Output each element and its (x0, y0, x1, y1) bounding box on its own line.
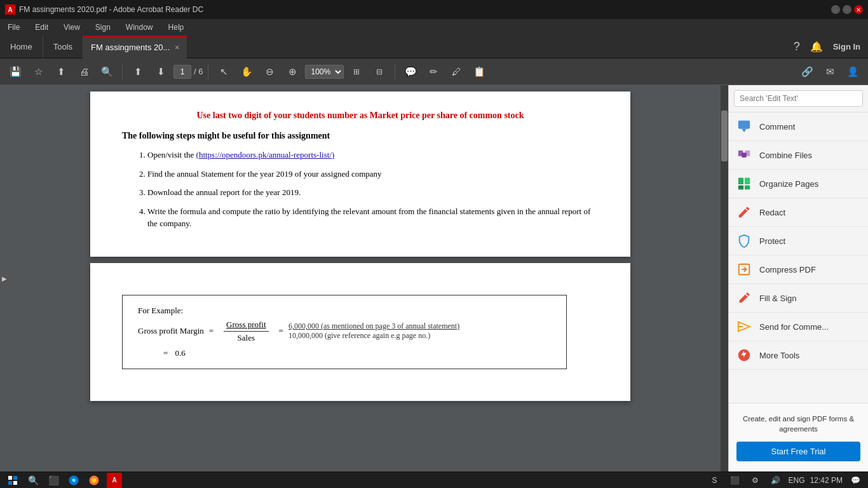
separator-2 (208, 64, 208, 79)
toolbar: 💾 ☆ ⬆ 🖨 🔍 ⬆ ⬇ / 6 ↖ ✋ ⊖ ⊕ 100% 75% 125% … (0, 58, 868, 85)
share-link-button[interactable]: 🔗 (797, 62, 817, 82)
panel-item-protect[interactable]: Protect (729, 227, 868, 255)
tab-bar: Home Tools FM assingments 20... × ? 🔔 Si… (0, 36, 868, 58)
svg-rect-7 (738, 186, 743, 189)
svg-marker-1 (742, 129, 746, 133)
svg-rect-8 (745, 186, 750, 189)
panel-item-combine[interactable]: Combine Files (729, 141, 868, 170)
tab-tools[interactable]: Tools (43, 36, 83, 58)
combine-files-icon (735, 146, 753, 164)
organize-pages-icon (735, 175, 753, 193)
value-1: 6,000,000 (as mentioned on page 3 of ann… (288, 322, 459, 331)
tab-home[interactable]: Home (0, 36, 43, 58)
for-example-label: For Example: (138, 306, 551, 316)
panel-item-more-tools[interactable]: More Tools (729, 341, 868, 370)
save-button[interactable]: 💾 (5, 62, 25, 82)
firefox-icon[interactable] (86, 473, 102, 488)
steps-list: Open/visit the (https://opendoors.pk/ann… (122, 149, 599, 230)
panel-item-comment[interactable]: Comment (729, 112, 868, 141)
stamp-tool[interactable]: 📋 (469, 62, 489, 82)
close-button[interactable]: ✕ (854, 5, 863, 14)
numerator: Gross profit (224, 320, 268, 332)
hand-tool[interactable]: ✋ (236, 62, 257, 82)
notifications-icon[interactable]: 🔔 (810, 41, 823, 53)
marker-tool[interactable]: 🖊 (446, 62, 466, 82)
status-bar: 🔍 ⬛ A S ⬛ ⚙ 🔊 ENG 12:42 PM 💬 (0, 471, 868, 488)
next-page-button[interactable]: ⬇ (151, 62, 171, 82)
clock: 12:42 PM (810, 476, 843, 485)
panel-item-compress[interactable]: Compress PDF (729, 255, 868, 284)
bookmark-button[interactable]: ☆ (28, 62, 48, 82)
panel-item-send[interactable]: Send for Comme... (729, 313, 868, 341)
minimize-button[interactable]: — (831, 5, 840, 14)
prev-page-button[interactable]: ⬆ (128, 62, 148, 82)
settings-icon[interactable]: ⚙ (748, 473, 763, 488)
pen-tool[interactable]: ✏ (423, 62, 444, 82)
fit-width-button[interactable]: ⊟ (369, 62, 390, 82)
tab-close-button[interactable]: × (175, 43, 179, 52)
network-icon[interactable]: ⬛ (728, 473, 743, 488)
more-tools-icon (735, 346, 753, 364)
sign-in-button[interactable]: Sign In (833, 42, 860, 51)
panel-item-organize[interactable]: Organize Pages (729, 170, 868, 198)
email-button[interactable]: ✉ (820, 62, 840, 82)
start-trial-button[interactable]: Start Free Trial (736, 442, 860, 461)
pdf-page-1: Use last two digit of your students numb… (90, 92, 630, 257)
result-row: = 0.6 (138, 348, 551, 358)
menu-sign[interactable]: Sign (93, 22, 113, 33)
svg-rect-11 (13, 476, 17, 480)
left-panel-toggle[interactable]: ▶ (0, 269, 9, 288)
zoom-out-button[interactable]: ⊖ (259, 62, 280, 82)
promo-text: Create, edit and sign PDF forms & agreem… (736, 414, 860, 434)
account-button[interactable]: 👤 (843, 62, 863, 82)
menu-window[interactable]: Window (123, 22, 156, 33)
search-button[interactable]: 🔍 (97, 62, 117, 82)
panel-search-input[interactable] (734, 90, 863, 107)
zoom-in-button[interactable]: ⊕ (282, 62, 302, 82)
pdf-scrollbar[interactable] (721, 85, 728, 471)
fit-page-button[interactable]: ⊞ (346, 62, 367, 82)
title-bar: A FM assingments 2020.pdf - Adobe Acroba… (0, 0, 868, 19)
svg-rect-10 (8, 476, 12, 480)
step-1-link[interactable]: (https://opendoors.pk/annual-reports-lis… (196, 150, 335, 159)
upload-button[interactable]: ⬆ (51, 62, 71, 82)
volume-icon[interactable]: 🔊 (768, 473, 783, 488)
formula-box: For Example: Gross profit Margin = Gross… (122, 295, 567, 369)
page-total: / 6 (194, 67, 203, 76)
step-1-text: Open/visit the (147, 150, 196, 159)
acrobat-icon[interactable]: A (107, 473, 122, 488)
page-nav: / 6 (173, 65, 203, 79)
pdf-viewer[interactable]: ▶ Use last two digit of your students nu… (0, 85, 721, 471)
right-panel: Comment Combine Files Organize Pages Red… (728, 85, 868, 471)
comment-tool[interactable]: 💬 (400, 62, 421, 82)
comment-label: Comment (759, 122, 795, 132)
menu-help[interactable]: Help (166, 22, 187, 33)
menu-edit[interactable]: Edit (32, 22, 51, 33)
notifications-taskbar[interactable]: 💬 (848, 473, 863, 488)
help-icon[interactable]: ? (794, 40, 800, 53)
task-view-icon[interactable]: ⬛ (46, 473, 61, 488)
skype-icon[interactable]: S (707, 473, 722, 488)
tab-label: FM assingments 20... (91, 43, 170, 52)
menu-view[interactable]: View (61, 22, 83, 33)
toolbar-right: 🔗 ✉ 👤 (797, 62, 863, 82)
window-controls[interactable]: — ▪ ✕ (831, 5, 863, 14)
edge-icon[interactable] (66, 473, 81, 488)
maximize-button[interactable]: ▪ (843, 5, 851, 14)
print-button[interactable]: 🖨 (74, 62, 94, 82)
zoom-select[interactable]: 100% 75% 125% 150% (305, 65, 344, 79)
panel-item-fill-sign[interactable]: Fill & Sign (729, 284, 868, 313)
tab-active-document[interactable]: FM assingments 20... × (83, 36, 187, 58)
combine-label: Combine Files (759, 151, 812, 160)
menu-file[interactable]: File (5, 22, 22, 33)
panel-item-redact[interactable]: Redact (729, 198, 868, 227)
page-input[interactable] (173, 65, 191, 79)
step-4-text: Write the formula and compute the ratio … (147, 207, 590, 229)
svg-rect-12 (8, 481, 12, 485)
start-button[interactable] (5, 473, 20, 488)
scrollbar-thumb[interactable] (721, 111, 728, 161)
search-taskbar-icon[interactable]: 🔍 (25, 473, 41, 488)
select-tool[interactable]: ↖ (214, 62, 234, 82)
protect-icon (735, 232, 753, 250)
svg-rect-5 (738, 178, 743, 184)
